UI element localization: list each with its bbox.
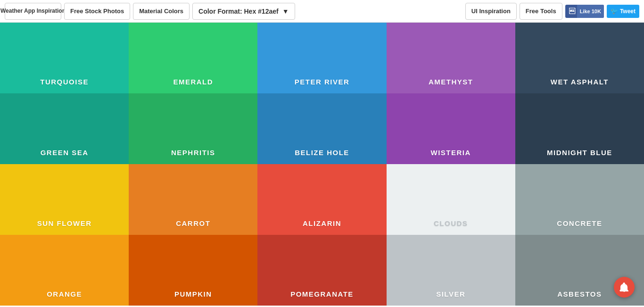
color-cell[interactable]: SILVER bbox=[387, 235, 515, 306]
weather-app-label: Weather App Inspiration bbox=[0, 8, 66, 14]
ui-inspiration-button[interactable]: UI Inspiration bbox=[465, 3, 517, 20]
color-cell[interactable]: NEPHRITIS bbox=[129, 93, 257, 164]
color-cell[interactable]: TURQUOISE bbox=[0, 23, 129, 93]
color-name-label: MIDNIGHT BLUE bbox=[547, 149, 612, 157]
color-cell[interactable]: ORANGE bbox=[0, 235, 129, 306]
color-name-label: ALIZARIN bbox=[303, 219, 341, 227]
free-tools-button[interactable]: Free Tools bbox=[520, 3, 562, 20]
bell-icon bbox=[619, 282, 630, 293]
color-name-label: PETER RIVER bbox=[295, 78, 350, 86]
color-name-label: WET ASPHALT bbox=[551, 78, 609, 86]
free-tools-label: Free Tools bbox=[526, 8, 556, 15]
material-colors-label: Material Colors bbox=[139, 8, 183, 15]
color-format-arrow: ▼ bbox=[282, 8, 289, 15]
color-name-label: PUMPKIN bbox=[174, 290, 212, 298]
material-colors-button[interactable]: Material Colors bbox=[133, 3, 190, 20]
twitter-icon: 🐦 bbox=[611, 8, 618, 15]
color-cell[interactable]: AMETHYST bbox=[387, 23, 515, 93]
tweet-label: Tweet bbox=[620, 8, 636, 15]
color-cell[interactable]: SUN FLOWER bbox=[0, 164, 129, 235]
color-cell[interactable]: ALIZARIN bbox=[257, 164, 386, 235]
color-name-label: POMEGRANATE bbox=[290, 290, 354, 298]
color-cell[interactable]: MIDNIGHT BLUE bbox=[515, 93, 644, 164]
color-name-label: CARROT bbox=[176, 219, 210, 227]
free-stock-button[interactable]: Free Stock Photos bbox=[64, 3, 130, 20]
color-cell[interactable]: WISTERIA bbox=[387, 93, 515, 164]
ui-inspiration-label: UI Inspiration bbox=[471, 8, 511, 15]
color-cell[interactable]: WET ASPHALT bbox=[515, 23, 644, 93]
facebook-like-button[interactable]:  Like 10K bbox=[565, 5, 604, 18]
color-format-label: Color Format: Hex #12aef bbox=[198, 8, 279, 15]
color-cell[interactable]: CONCRETE bbox=[515, 164, 644, 235]
color-cell[interactable]: EMERALD bbox=[129, 23, 257, 93]
color-name-label: BELIZE HOLE bbox=[295, 149, 349, 157]
color-name-label: CLOUDS bbox=[434, 219, 468, 227]
color-cell[interactable]: PUMPKIN bbox=[129, 235, 257, 306]
color-name-label: EMERALD bbox=[173, 78, 213, 86]
weather-app-button[interactable]: Weather App Inspiration bbox=[5, 3, 61, 20]
color-name-label: GREEN SEA bbox=[41, 149, 89, 157]
color-name-label: ORANGE bbox=[47, 290, 82, 298]
fb-count-label: Like 10K bbox=[577, 5, 604, 18]
color-name-label: TURQUOISE bbox=[40, 78, 89, 86]
color-cell[interactable]: CARROT bbox=[129, 164, 257, 235]
color-cell[interactable]: PETER RIVER bbox=[257, 23, 386, 93]
color-cell[interactable]: CLOUDS bbox=[387, 164, 515, 235]
color-name-label: AMETHYST bbox=[429, 78, 473, 86]
color-name-label: SUN FLOWER bbox=[37, 219, 92, 227]
color-name-label: CONCRETE bbox=[557, 219, 602, 227]
color-name-label: WISTERIA bbox=[431, 149, 471, 157]
color-name-label: NEPHRITIS bbox=[171, 149, 215, 157]
color-cell[interactable]: GREEN SEA bbox=[0, 93, 129, 164]
twitter-tweet-button[interactable]: 🐦 Tweet bbox=[607, 5, 639, 18]
facebook-icon:  bbox=[569, 8, 575, 15]
color-name-label: SILVER bbox=[436, 290, 465, 298]
free-stock-label: Free Stock Photos bbox=[70, 8, 124, 15]
notification-bell[interactable] bbox=[614, 277, 635, 298]
color-cell[interactable]: BELIZE HOLE bbox=[257, 93, 386, 164]
color-name-label: ASBESTOS bbox=[557, 290, 602, 298]
color-format-button[interactable]: Color Format: Hex #12aef ▼ bbox=[192, 3, 295, 20]
color-grid: TURQUOISEEMERALDPETER RIVERAMETHYSTWET A… bbox=[0, 23, 644, 306]
header: Weather App Inspiration Free Stock Photo… bbox=[0, 0, 644, 23]
color-cell[interactable]: POMEGRANATE bbox=[257, 235, 386, 306]
